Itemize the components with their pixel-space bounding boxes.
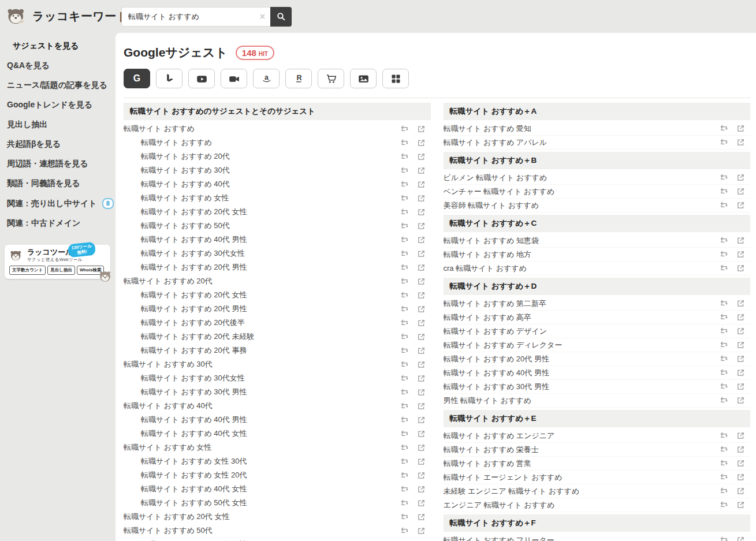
keyword-text[interactable]: 転職サイト おすすめ 40代 男性 <box>124 234 400 245</box>
repeat-icon[interactable] <box>400 166 409 175</box>
repeat-icon[interactable] <box>720 124 729 133</box>
repeat-icon[interactable] <box>720 396 729 405</box>
repeat-icon[interactable] <box>720 264 729 273</box>
keyword-text[interactable]: エンジニア 転職サイト おすすめ <box>444 500 720 510</box>
external-link-icon[interactable] <box>736 299 746 308</box>
repeat-icon[interactable] <box>400 443 409 452</box>
keyword-text[interactable]: 転職サイト おすすめ 20代 事務 <box>124 345 400 356</box>
source-tab-google-video[interactable] <box>221 69 247 88</box>
external-link-icon[interactable] <box>736 327 746 336</box>
repeat-icon[interactable] <box>400 387 409 397</box>
keyword-text[interactable]: 転職サイト おすすめ 20代 <box>124 276 400 286</box>
repeat-icon[interactable] <box>400 235 409 244</box>
repeat-icon[interactable] <box>720 473 729 482</box>
external-link-icon[interactable] <box>417 387 426 397</box>
external-link-icon[interactable] <box>417 346 426 355</box>
external-link-icon[interactable] <box>417 124 426 133</box>
external-link-icon[interactable] <box>736 382 746 391</box>
keyword-text[interactable]: 転職サイト おすすめ フリーター <box>444 535 720 541</box>
keyword-text[interactable]: 転職サイト おすすめ 20代後半 <box>124 318 400 328</box>
source-tab-all-sources[interactable] <box>382 69 409 88</box>
external-link-icon[interactable] <box>417 304 426 314</box>
keyword-text[interactable]: 転職サイト おすすめ 40代 男性 <box>124 415 400 425</box>
keyword-text[interactable]: 転職サイト おすすめ 営業 <box>444 458 720 469</box>
repeat-icon[interactable] <box>400 526 409 535</box>
keyword-text[interactable]: 転職サイト おすすめ 40代 女性 <box>124 484 400 494</box>
external-link-icon[interactable] <box>417 207 426 217</box>
clear-icon[interactable]: × <box>260 11 265 22</box>
repeat-icon[interactable] <box>400 180 409 189</box>
keyword-text[interactable]: 転職サイト おすすめ 30代 <box>124 359 400 370</box>
source-tab-rakuten[interactable]: R <box>285 69 312 88</box>
sidebar-item[interactable]: ニュース/話題の記事を見る <box>0 76 116 95</box>
external-link-icon[interactable] <box>736 459 746 468</box>
app-logo[interactable]: ラッコキーワード <box>0 7 117 26</box>
external-link-icon[interactable] <box>417 498 426 508</box>
external-link-icon[interactable] <box>417 457 426 466</box>
repeat-icon[interactable] <box>720 368 729 378</box>
repeat-icon[interactable] <box>400 484 409 494</box>
sidebar-item[interactable]: 周辺語・連想語を見る <box>0 154 116 174</box>
sidebar-item[interactable]: サジェストを見る <box>0 36 116 56</box>
repeat-icon[interactable] <box>720 459 729 468</box>
repeat-icon[interactable] <box>400 471 409 480</box>
source-tab-google[interactable]: G <box>124 69 150 88</box>
repeat-icon[interactable] <box>720 201 729 210</box>
external-link-icon[interactable] <box>736 341 746 350</box>
external-link-icon[interactable] <box>417 360 426 369</box>
repeat-icon[interactable] <box>400 332 409 341</box>
keyword-text[interactable]: 転職サイト おすすめ 知恵袋 <box>444 236 720 246</box>
external-link-icon[interactable] <box>736 487 746 496</box>
repeat-icon[interactable] <box>400 498 409 508</box>
sidebar-item[interactable]: 関連：売り出し中サイト8 <box>0 193 116 214</box>
external-link-icon[interactable] <box>736 501 746 510</box>
keyword-text[interactable]: 転職サイト おすすめ 20代 男性 <box>124 304 400 314</box>
keyword-text[interactable]: 転職サイト おすすめ 20代 女性 <box>124 290 400 300</box>
repeat-icon[interactable] <box>400 429 409 438</box>
external-link-icon[interactable] <box>417 526 426 535</box>
external-link-icon[interactable] <box>736 313 746 322</box>
repeat-icon[interactable] <box>400 290 409 300</box>
keyword-text[interactable]: 転職サイト おすすめ 愛知 <box>444 124 720 134</box>
keyword-text[interactable]: 転職サイト おすすめ 栄養士 <box>444 445 720 455</box>
repeat-icon[interactable] <box>400 221 409 230</box>
keyword-text[interactable]: cra 転職サイト おすすめ <box>444 263 720 274</box>
keyword-text[interactable]: 転職サイト おすすめ 20代 女性 <box>124 512 400 522</box>
external-link-icon[interactable] <box>736 264 746 273</box>
repeat-icon[interactable] <box>400 263 409 272</box>
keyword-text[interactable]: 転職サイト おすすめ アパレル <box>444 137 720 148</box>
repeat-icon[interactable] <box>400 401 409 411</box>
external-link-icon[interactable] <box>417 429 426 438</box>
repeat-icon[interactable] <box>400 318 409 327</box>
repeat-icon[interactable] <box>400 415 409 424</box>
external-link-icon[interactable] <box>417 512 426 521</box>
repeat-icon[interactable] <box>400 207 409 217</box>
keyword-text[interactable]: 転職サイト おすすめ 30代女性 <box>124 373 400 383</box>
keyword-text[interactable]: 美容師 転職サイト おすすめ <box>444 200 720 211</box>
repeat-icon[interactable] <box>400 374 409 383</box>
keyword-text[interactable]: 転職サイト おすすめ 第二新卒 <box>444 299 720 309</box>
repeat-icon[interactable] <box>400 512 409 521</box>
repeat-icon[interactable] <box>400 304 409 314</box>
external-link-icon[interactable] <box>736 431 746 441</box>
external-link-icon[interactable] <box>417 484 426 494</box>
keyword-text[interactable]: 転職サイト おすすめ 40代 <box>124 179 400 189</box>
repeat-icon[interactable] <box>720 236 729 245</box>
keyword-text[interactable]: 転職サイト おすすめ 30代 <box>124 165 400 176</box>
repeat-icon[interactable] <box>400 457 409 466</box>
keyword-text[interactable]: 転職サイト おすすめ 女性 30代 <box>124 456 400 467</box>
repeat-icon[interactable] <box>400 124 409 133</box>
repeat-icon[interactable] <box>400 138 409 147</box>
external-link-icon[interactable] <box>417 235 426 244</box>
keyword-text[interactable]: 転職サイト おすすめ 20代 男性 <box>444 354 720 364</box>
external-link-icon[interactable] <box>736 138 746 147</box>
keyword-text[interactable]: 転職サイト おすすめ 高卒 <box>444 312 720 323</box>
search-input[interactable] <box>121 7 270 27</box>
source-tab-amazon[interactable]: a <box>253 69 280 88</box>
external-link-icon[interactable] <box>417 471 426 480</box>
external-link-icon[interactable] <box>417 332 426 341</box>
sidebar-item[interactable]: 見出し抽出 <box>0 115 116 135</box>
external-link-icon[interactable] <box>736 536 746 541</box>
external-link-icon[interactable] <box>417 415 426 424</box>
external-link-icon[interactable] <box>417 138 426 147</box>
